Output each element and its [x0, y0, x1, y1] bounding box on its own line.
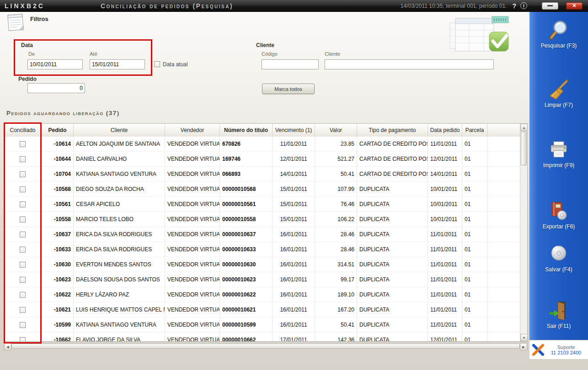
row-tipo-pagamento: DUPLICATA: [357, 197, 428, 211]
limpar-button[interactable]: Limpar (F7): [529, 79, 588, 113]
codigo-input[interactable]: [262, 59, 319, 69]
horizontal-scrollbar[interactable]: ◀ ▶: [4, 343, 528, 350]
broom-icon: [548, 79, 570, 100]
row-vendedor: VENDEDOR VIRTUAL: [165, 182, 220, 196]
help-icon[interactable]: ?: [512, 2, 516, 10]
table-row[interactable]: -10622 HERLY LÁZARO PAZ VENDEDOR VIRTUAL…: [4, 287, 520, 302]
row-parcela: 01: [462, 137, 487, 151]
scroll-up-button[interactable]: ▲: [520, 124, 528, 131]
imprimir-button[interactable]: Imprimir (F9): [529, 139, 588, 174]
scroll-right-button[interactable]: ▶: [520, 343, 527, 350]
close-button[interactable]: ✕: [566, 2, 583, 10]
row-tipo-pagamento: DUPLICATA: [357, 302, 428, 317]
row-valor: 28.46: [315, 242, 357, 257]
row-checkbox[interactable]: [20, 277, 26, 283]
table-row[interactable]: -10630 EVERTON MENDES SANTOS VENDEDOR VI…: [4, 257, 520, 272]
row-vencimento: 16/01/2011: [273, 317, 315, 332]
row-vencimento: 15/01/2011: [273, 212, 315, 227]
row-checkbox[interactable]: [20, 141, 26, 147]
col-header-vendedor[interactable]: Vendedor: [165, 124, 220, 137]
row-checkbox[interactable]: [20, 156, 26, 162]
vertical-scrollbar-thumb[interactable]: [521, 132, 527, 165]
salvar-button[interactable]: Salvar (F4): [529, 243, 588, 278]
table-row[interactable]: -10568 DIEGO SOUZA DA ROCHA VENDEDOR VIR…: [4, 182, 520, 197]
row-parcela: 01: [462, 152, 487, 166]
row-data-pedido: 11/01/2011: [428, 227, 462, 242]
scroll-left-button[interactable]: ◀: [4, 343, 11, 350]
row-checkbox[interactable]: [20, 307, 26, 313]
row-vendedor: VENDEDOR VIRTUAL: [165, 287, 220, 302]
col-header-parcela[interactable]: Parcela: [462, 124, 487, 137]
col-header-pedido[interactable]: Pedido: [42, 124, 74, 137]
row-valor: 142.36: [315, 333, 357, 342]
table-row[interactable]: -10704 KATIANA SANTIAGO VENTURA VENDEDOR…: [4, 167, 520, 182]
exportar-button[interactable]: Exportar (F6): [529, 200, 588, 235]
row-parcela: 01: [462, 197, 487, 211]
annotation-data-box: [14, 39, 152, 76]
date-from-input[interactable]: [27, 59, 83, 69]
minimize-button[interactable]: [542, 2, 558, 10]
col-header-titulo[interactable]: Número do título: [220, 124, 273, 137]
table-row[interactable]: -10614 AELTON JOAQUIM DE SANTANA VENDEDO…: [4, 137, 520, 152]
table-row[interactable]: -10633 ERICA DA SILVA RODRIGUES VENDEDOR…: [4, 242, 520, 257]
marca-todos-button[interactable]: Marca todos: [262, 84, 315, 94]
row-vendedor: VENDEDOR VIRTUAL: [165, 152, 220, 166]
row-checkbox[interactable]: [20, 292, 26, 298]
row-checkbox[interactable]: [20, 186, 26, 192]
info-icon[interactable]: i: [520, 2, 527, 9]
horizontal-scrollbar-thumb[interactable]: [11, 344, 520, 349]
table-row[interactable]: -10558 MARCIO TELES LOBO VENDEDOR VIRTUA…: [4, 212, 520, 227]
row-conciliado-cell: [4, 302, 42, 317]
row-data-pedido: 11/01/2011: [428, 317, 462, 332]
col-header-tipo-pagamento[interactable]: Tipo de pagamento: [357, 124, 428, 137]
note-icon: [5, 13, 27, 32]
row-checkbox[interactable]: [20, 337, 26, 342]
row-checkbox[interactable]: [20, 247, 26, 253]
row-pedido: -10644: [42, 152, 74, 166]
row-checkbox[interactable]: [20, 322, 26, 328]
vertical-scrollbar[interactable]: ▲ ▼: [520, 124, 527, 341]
row-checkbox[interactable]: [20, 262, 26, 268]
table-row[interactable]: -10637 ERICA DA SILVA RODRIGUES VENDEDOR…: [4, 227, 520, 242]
sair-button[interactable]: Sair (F11): [529, 300, 588, 334]
table-row[interactable]: -10623 DAELSON SOUSA DOS SANTOS VENDEDOR…: [4, 272, 520, 287]
row-valor: 99.17: [315, 272, 357, 287]
row-checkbox[interactable]: [20, 232, 26, 238]
app-logo: LinxB2C: [5, 2, 45, 10]
table-row[interactable]: -10599 KATIANA SANTIAGO VENTURA VENDEDOR…: [4, 317, 520, 333]
table-row[interactable]: -10644 DANIEL CARVALHO VENDEDOR VIRTUAL …: [4, 152, 520, 167]
row-conciliado-cell: [4, 287, 42, 302]
row-pedido: -10630: [42, 257, 74, 272]
row-vendedor: VENDEDOR VIRTUAL: [165, 197, 220, 211]
row-checkbox[interactable]: [20, 217, 26, 222]
row-vendedor: VENDEDOR VIRTUAL: [165, 333, 220, 342]
row-parcela: 01: [462, 333, 487, 342]
col-header-data-pedido[interactable]: Data pedido: [428, 124, 462, 137]
grid-header: Conciliado Pedido Cliente Vendedor Númer…: [4, 124, 520, 137]
col-header-valor[interactable]: Valor: [315, 124, 357, 137]
row-pedido: -10599: [42, 317, 74, 332]
row-tipo-pagamento: DUPLICATA: [357, 272, 428, 287]
row-conciliado-cell: [4, 272, 42, 287]
date-to-input[interactable]: [90, 59, 145, 69]
table-row[interactable]: -10662 FLAVIO JORGE DA SILVA VENDEDOR VI…: [4, 333, 520, 342]
table-row[interactable]: -10621 LUIS HENRIQUE MATTOS CAPEL M VEND…: [4, 302, 520, 317]
pesquisar-button[interactable]: Pesquisar (F3): [529, 19, 588, 54]
grid-section-title: Pedidos aguardando liberação (37): [6, 110, 120, 116]
col-header-filler: [487, 124, 520, 137]
col-header-conciliado[interactable]: Conciliado: [4, 124, 42, 137]
table-row[interactable]: -10561 CESAR APICELO VENDEDOR VIRTUAL 00…: [4, 197, 520, 212]
close-icon: ✕: [572, 3, 576, 8]
row-valor: 107.99: [315, 182, 357, 196]
row-checkbox[interactable]: [20, 201, 26, 207]
scroll-down-button[interactable]: ▼: [520, 334, 528, 341]
col-header-vencimento[interactable]: Vencimento (1): [273, 124, 315, 137]
pedido-input[interactable]: [27, 83, 85, 93]
data-atual-checkbox[interactable]: [154, 61, 160, 67]
row-vencimento: 16/01/2011: [273, 287, 315, 302]
row-checkbox[interactable]: [20, 171, 26, 177]
col-header-cliente[interactable]: Cliente: [74, 124, 165, 137]
cliente-group-label: Cliente: [256, 42, 274, 48]
cliente-input[interactable]: [325, 59, 494, 69]
row-parcela: 01: [462, 287, 487, 302]
